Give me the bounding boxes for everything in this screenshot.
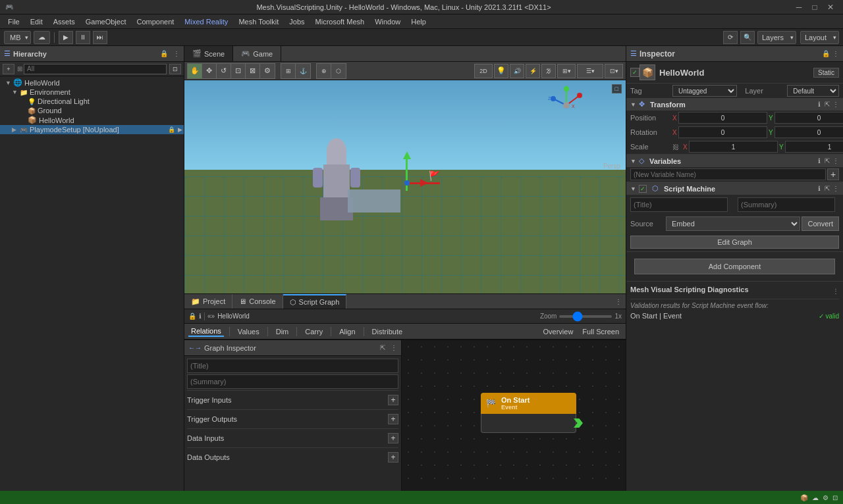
layout-dropdown[interactable]: Layout (800, 31, 839, 44)
transform-expand-icon[interactable]: ⇱ (825, 101, 830, 108)
graph-distribute-btn[interactable]: Distribute (369, 327, 405, 336)
status-icon-1[interactable]: 📦 (800, 494, 808, 501)
variables-section-header[interactable]: ▼ ◇ Variables ℹ ⇱ ⋮ (626, 155, 843, 167)
gi-data-inputs-header[interactable]: Data Inputs + (187, 432, 398, 445)
breadcrumb-home[interactable]: HelloWorld (217, 313, 250, 320)
graph-canvas[interactable]: 🏁 On Start Event (402, 340, 626, 504)
layers-dropdown[interactable]: Layers (757, 31, 796, 44)
rect-tool[interactable]: ⊠ (246, 64, 260, 78)
breadcrumb-arrows-icon[interactable]: «» (207, 313, 215, 320)
audio-btn[interactable]: 🔊 (510, 64, 524, 78)
gi-title-input[interactable] (187, 359, 398, 373)
render-btn[interactable]: ☰▾ (577, 64, 603, 78)
close-button[interactable]: ✕ (826, 3, 835, 12)
tag-dropdown[interactable]: Untagged (672, 85, 737, 97)
hierarchy-search[interactable] (24, 64, 167, 74)
status-icon-2[interactable]: ☁ (812, 494, 819, 501)
menu-edit[interactable]: Edit (25, 16, 48, 27)
edit-graph-btn[interactable]: Edit Graph (630, 236, 839, 249)
variables-expand-icon[interactable]: ⇱ (825, 157, 830, 164)
gi-data-outputs-add[interactable]: + (388, 452, 398, 463)
move-tool[interactable]: ✥ (202, 64, 217, 78)
grid-view-btn[interactable]: ⊡▾ (605, 64, 623, 78)
graph-dim-btn[interactable]: Dim (273, 327, 292, 336)
hierarchy-lock-icon[interactable]: 🔒 (160, 50, 168, 57)
gi-trigger-outputs-header[interactable]: Trigger Outputs + (187, 413, 398, 426)
menu-assets[interactable]: Assets (48, 16, 80, 27)
menu-microsoft-mesh[interactable]: Microsoft Mesh (310, 16, 370, 27)
hierarchy-item-ground[interactable]: ▶ 📦 Ground (0, 106, 184, 115)
gi-data-outputs-header[interactable]: Data Outputs + (187, 451, 398, 464)
inspector-obj-name[interactable] (659, 68, 813, 78)
rotation-y[interactable] (775, 126, 843, 138)
hand-tool[interactable]: ✋ (188, 64, 202, 78)
transform-info-icon[interactable]: ℹ (818, 101, 821, 108)
inspector-lock-btn[interactable]: 🔒 (822, 50, 830, 57)
scale-x[interactable] (689, 141, 778, 153)
maximize-button[interactable]: □ (810, 3, 819, 12)
tab-game[interactable]: 🎮 Game (233, 46, 281, 61)
new-variable-input[interactable] (630, 168, 826, 180)
scale-tool[interactable]: ⊡ (231, 64, 246, 78)
graph-relations-btn[interactable]: Relations (188, 326, 224, 337)
hierarchy-item-helloworld-root[interactable]: ▼ 🌐 HelloWorld (0, 78, 184, 88)
hierarchy-item-playmodesetup[interactable]: ▶ 🎮 PlaymodeSetup [NoUpload] 🔒 ▶ (0, 125, 184, 134)
hidden-btn[interactable]: 🌫 (541, 64, 556, 78)
maximize-scene-btn[interactable]: □ (612, 84, 622, 93)
graph-values-btn[interactable]: Values (235, 327, 262, 336)
tab-script-graph[interactable]: ⬡ Script Graph (283, 294, 347, 309)
hierarchy-item-helloworld[interactable]: ▶ 📦 HelloWorld (0, 115, 184, 125)
step-button[interactable]: ⏭ (93, 31, 107, 44)
search-button[interactable]: 🔍 (740, 31, 755, 44)
grid-btn[interactable]: ⊞ (281, 64, 296, 78)
gi-trigger-inputs-header[interactable]: Trigger Inputs + (187, 393, 398, 407)
sm-summary-input[interactable] (738, 197, 835, 212)
menu-mixed-reality[interactable]: Mixed Reality (179, 16, 233, 27)
sm-more-icon[interactable]: ⋮ (832, 185, 839, 192)
gi-trigger-inputs-add[interactable]: + (388, 395, 398, 405)
tab-console[interactable]: 🖥 Console (232, 294, 283, 309)
hierarchy-item-environment[interactable]: ▼ 📁 Environment (0, 88, 184, 97)
status-icon-4[interactable]: ⊡ (832, 494, 838, 501)
graph-align-btn[interactable]: Align (337, 327, 358, 336)
zoom-slider[interactable] (559, 315, 612, 318)
graph-carry-btn[interactable]: Carry (302, 327, 325, 336)
transform-section-header[interactable]: ▼ ✥ Transform ℹ ⇱ ⋮ (626, 98, 843, 111)
status-icon-3[interactable]: ⚙ (823, 494, 829, 501)
local-btn[interactable]: ⬡ (331, 64, 346, 78)
transform-tool[interactable]: ⚙ (260, 64, 275, 78)
hierarchy-add-btn[interactable]: + (3, 64, 14, 74)
menu-mesh-toolkit[interactable]: Mesh Toolkit (233, 16, 284, 27)
sm-expand-icon[interactable]: ⇱ (825, 185, 830, 192)
sm-info-icon[interactable]: ℹ (818, 185, 821, 192)
minimize-button[interactable]: ─ (794, 3, 803, 12)
rotation-x[interactable] (678, 126, 767, 138)
script-machine-section-header[interactable]: ▼ ✓ ⬡ Script Machine ℹ ⇱ ⋮ (626, 182, 843, 195)
hierarchy-item-directional-light[interactable]: ▶ 💡 Directional Light (0, 97, 184, 106)
view-btn[interactable]: ⊞▾ (557, 64, 576, 78)
static-badge[interactable]: Static (813, 68, 839, 78)
menu-help[interactable]: Help (406, 16, 431, 27)
scale-y[interactable] (785, 141, 843, 153)
gi-trigger-outputs-add[interactable]: + (388, 414, 398, 424)
variables-more-icon[interactable]: ⋮ (832, 157, 839, 164)
playmode-arrow-icon[interactable]: ▶ (178, 126, 182, 133)
graph-overview-btn[interactable]: Overview (541, 327, 576, 336)
sm-title-input[interactable] (630, 197, 728, 212)
gi-expand-btn[interactable]: ⇱ (380, 344, 385, 351)
inspector-active-checkbox[interactable]: ✓ (630, 68, 639, 77)
gi-summary-input[interactable] (187, 374, 398, 389)
source-dropdown[interactable]: Embed Graph (666, 216, 800, 231)
gi-data-inputs-add[interactable]: + (388, 433, 398, 443)
menu-gameobject[interactable]: GameObject (80, 16, 132, 27)
gi-more-btn[interactable]: ⋮ (391, 344, 397, 351)
position-y[interactable] (775, 112, 843, 124)
menu-window[interactable]: Window (369, 16, 406, 27)
add-component-btn[interactable]: Add Component (634, 259, 835, 274)
position-x[interactable] (678, 112, 767, 124)
pause-button[interactable]: ⏸ (76, 31, 90, 44)
hierarchy-more-icon[interactable]: ⋮ (173, 50, 180, 57)
rotate-tool[interactable]: ↺ (217, 64, 231, 78)
menu-file[interactable]: File (3, 16, 25, 27)
menu-component[interactable]: Component (131, 16, 179, 27)
